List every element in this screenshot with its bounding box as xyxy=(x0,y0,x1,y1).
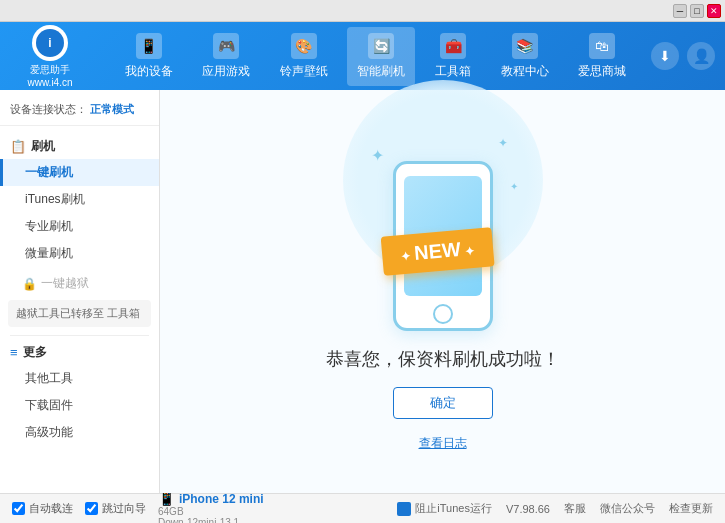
sidebar-item-other-tools[interactable]: 其他工具 xyxy=(0,365,159,392)
close-button[interactable]: ✕ xyxy=(707,4,721,18)
header-right: ⬇ 👤 xyxy=(651,42,715,70)
sidebar-item-itunes-flash[interactable]: iTunes刷机 xyxy=(0,186,159,213)
device-name: iPhone 12 mini xyxy=(179,492,264,506)
flash-section-header: 📋 刷机 xyxy=(0,134,159,159)
phone-illustration: ✦ ✦ ✦ NEW xyxy=(363,131,523,331)
sidebar: 设备连接状态： 正常模式 📋 刷机 一键刷机 iTunes刷机 专业刷机 微量刷… xyxy=(0,90,160,493)
content-area: ✦ ✦ ✦ NEW 恭喜您，保资料刷机成功啦！ 确定 查看日志 xyxy=(160,90,725,493)
flash-section: 📋 刷机 一键刷机 iTunes刷机 专业刷机 微量刷机 xyxy=(0,130,159,271)
nav-smart-flash-label: 智能刷机 xyxy=(357,63,405,80)
more-section-title: 更多 xyxy=(23,344,47,361)
status-value: 正常模式 xyxy=(90,103,134,115)
logo-text: 爱思助手 xyxy=(30,63,70,77)
my-device-icon: 📱 xyxy=(136,33,162,59)
nav-tutorials[interactable]: 📚 教程中心 xyxy=(491,27,559,86)
wizard-checkbox[interactable] xyxy=(85,502,98,515)
nav-wallpaper-label: 铃声壁纸 xyxy=(280,63,328,80)
auto-start-checkbox-label[interactable]: 自动载连 xyxy=(12,501,73,516)
shop-icon: 🛍 xyxy=(589,33,615,59)
stop-itunes-button[interactable]: 阻止iTunes运行 xyxy=(397,501,492,516)
nav-smart-flash[interactable]: 🔄 智能刷机 xyxy=(347,27,415,86)
flash-section-title: 刷机 xyxy=(31,138,55,155)
nav-my-device[interactable]: 📱 我的设备 xyxy=(115,27,183,86)
status-bar: 设备连接状态： 正常模式 xyxy=(0,98,159,126)
sparkle-3: ✦ xyxy=(510,181,518,192)
sidebar-divider xyxy=(10,335,149,336)
locked-label: 一键越狱 xyxy=(41,275,89,292)
toolbox-icon: 🧰 xyxy=(440,33,466,59)
sparkle-1: ✦ xyxy=(371,146,384,165)
auto-start-checkbox[interactable] xyxy=(12,502,25,515)
status-label: 设备连接状态： xyxy=(10,103,87,115)
device-info: 📱 iPhone 12 mini 64GB Down-12mini-13,1 xyxy=(158,490,264,524)
more-icon: ≡ xyxy=(10,345,18,360)
sidebar-info-box: 越狱工具已转移至 工具箱 xyxy=(8,300,151,327)
nav-wallpaper[interactable]: 🎨 铃声壁纸 xyxy=(270,27,338,86)
main-area: 设备连接状态： 正常模式 📋 刷机 一键刷机 iTunes刷机 专业刷机 微量刷… xyxy=(0,90,725,493)
smart-flash-icon: 🔄 xyxy=(368,33,394,59)
auto-start-label: 自动载连 xyxy=(29,501,73,516)
header: i 爱思助手 www.i4.cn 📱 我的设备 🎮 应用游戏 🎨 铃声壁纸 🔄 … xyxy=(0,22,725,90)
bottom-left: 自动载连 跳过向导 📱 iPhone 12 mini 64GB Down-12m… xyxy=(12,490,264,524)
stop-itunes-label: 阻止iTunes运行 xyxy=(415,501,492,516)
daily-link[interactable]: 查看日志 xyxy=(419,435,467,452)
bottom-right: 阻止iTunes运行 V7.98.66 客服 微信公众号 检查更新 xyxy=(397,501,713,516)
nav-my-device-label: 我的设备 xyxy=(125,63,173,80)
sidebar-item-download-firmware[interactable]: 下载固件 xyxy=(0,392,159,419)
success-title: 恭喜您，保资料刷机成功啦！ xyxy=(326,347,560,371)
download-button[interactable]: ⬇ xyxy=(651,42,679,70)
nav-apps-label: 应用游戏 xyxy=(202,63,250,80)
sidebar-item-advanced[interactable]: 高级功能 xyxy=(0,419,159,446)
confirm-button[interactable]: 确定 xyxy=(393,387,493,419)
check-update-link[interactable]: 检查更新 xyxy=(669,501,713,516)
maximize-button[interactable]: □ xyxy=(690,4,704,18)
wizard-label: 跳过向导 xyxy=(102,501,146,516)
logo-url: www.i4.cn xyxy=(27,77,72,88)
nav-shop[interactable]: 🛍 爱思商城 xyxy=(568,27,636,86)
logo-area: i 爱思助手 www.i4.cn xyxy=(10,25,90,88)
nav-toolbox[interactable]: 🧰 工具箱 xyxy=(425,27,481,86)
nav-apps[interactable]: 🎮 应用游戏 xyxy=(192,27,260,86)
wallpaper-icon: 🎨 xyxy=(291,33,317,59)
sparkle-2: ✦ xyxy=(498,136,508,150)
tutorials-icon: 📚 xyxy=(512,33,538,59)
nav-tutorials-label: 教程中心 xyxy=(501,63,549,80)
nav-shop-label: 爱思商城 xyxy=(578,63,626,80)
window-controls: ─ □ ✕ xyxy=(673,4,721,18)
sidebar-locked-jailbreak: 🔒 一键越狱 xyxy=(0,271,159,296)
support-link[interactable]: 客服 xyxy=(564,501,586,516)
user-button[interactable]: 👤 xyxy=(687,42,715,70)
nav-toolbox-label: 工具箱 xyxy=(435,63,471,80)
apps-icon: 🎮 xyxy=(213,33,239,59)
version-label: V7.98.66 xyxy=(506,503,550,515)
wechat-link[interactable]: 微信公众号 xyxy=(600,501,655,516)
logo-circle: i xyxy=(32,25,68,61)
phone-home-button xyxy=(433,304,453,324)
wizard-checkbox-label[interactable]: 跳过向导 xyxy=(85,501,146,516)
device-storage: 64GB xyxy=(158,506,264,517)
logo-inner: i xyxy=(36,29,64,57)
nav-items: 📱 我的设备 🎮 应用游戏 🎨 铃声壁纸 🔄 智能刷机 🧰 工具箱 📚 教程中心… xyxy=(110,27,641,86)
info-box-text: 越狱工具已转移至 工具箱 xyxy=(16,307,140,319)
sidebar-item-one-click-flash[interactable]: 一键刷机 xyxy=(0,159,159,186)
flash-section-icon: 📋 xyxy=(10,139,26,154)
bottom-bar: 自动载连 跳过向导 📱 iPhone 12 mini 64GB Down-12m… xyxy=(0,493,725,523)
device-model: Down-12mini-13,1 xyxy=(158,517,264,524)
sidebar-item-pro-flash[interactable]: 专业刷机 xyxy=(0,213,159,240)
minimize-button[interactable]: ─ xyxy=(673,4,687,18)
more-section-header: ≡ 更多 xyxy=(0,340,159,365)
sidebar-item-wipe-flash[interactable]: 微量刷机 xyxy=(0,240,159,267)
lock-icon: 🔒 xyxy=(22,277,37,291)
stop-itunes-icon xyxy=(397,502,411,516)
title-bar: ─ □ ✕ xyxy=(0,0,725,22)
